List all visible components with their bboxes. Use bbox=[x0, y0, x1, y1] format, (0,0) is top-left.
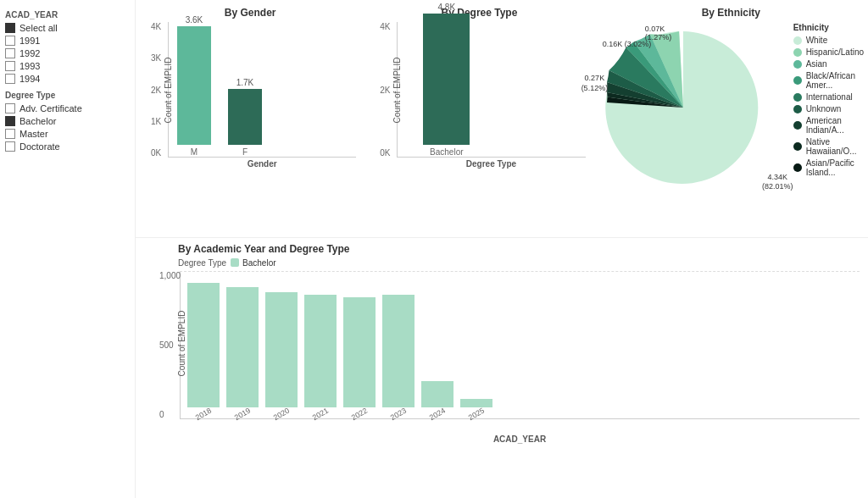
degree-bachelor-label: Bachelor bbox=[430, 147, 463, 157]
master-checkbox[interactable] bbox=[5, 129, 15, 139]
gender-chart-panel: By Gender 0K 1K 2K 3K 4K Count of EMPLID bbox=[136, 0, 364, 237]
acad-bar-2018: 2018 bbox=[187, 283, 220, 418]
y-tick-2k: 2K bbox=[151, 86, 161, 95]
degree-x-label: Degree Type bbox=[397, 159, 585, 169]
y-tick-3k: 3K bbox=[151, 53, 161, 63]
legend-asian-label: Asian bbox=[806, 59, 827, 69]
legend-native-hawaiian-label: Native Hawaiian/O... bbox=[806, 137, 864, 156]
gender-m-bar bbox=[177, 26, 211, 145]
year-1991[interactable]: 1991 bbox=[5, 36, 130, 46]
legend-black-label: Black/African Amer... bbox=[806, 71, 864, 90]
gender-y-label: Count of EMPLID bbox=[164, 58, 173, 124]
master-item[interactable]: Master bbox=[5, 129, 130, 139]
year-1991-label: 1991 bbox=[19, 36, 40, 46]
select-all-item[interactable]: Select all bbox=[5, 23, 130, 33]
legend-international: International bbox=[793, 92, 864, 102]
legend-white-label: White bbox=[806, 36, 828, 45]
bottom-row: By Academic Year and Degree Type Degree … bbox=[136, 237, 868, 498]
acad-bar-2025-rect bbox=[460, 399, 492, 407]
degree-y-label: Count of EMPLID bbox=[393, 58, 403, 124]
legend-asian: Asian bbox=[793, 59, 864, 69]
main-container: ACAD_YEAR Select all 1991 1992 1993 1994… bbox=[0, 0, 868, 498]
acad-bar-2025: 2025 bbox=[460, 399, 492, 418]
year-1992-label: 1992 bbox=[19, 48, 40, 58]
pie-label-white: 4.34K(82.01%) bbox=[762, 173, 793, 192]
legend-asian-dot bbox=[793, 60, 802, 69]
acad-bar-2020-rect bbox=[265, 292, 298, 407]
legend-unknown-label: Unknown bbox=[806, 104, 842, 113]
acad-y-500: 500 bbox=[159, 340, 181, 350]
legend-hispanic-label: Hispanic/Latino bbox=[806, 47, 864, 57]
bachelor-item[interactable]: Bachelor bbox=[5, 116, 130, 126]
content-area: By Gender 0K 1K 2K 3K 4K Count of EMPLID bbox=[136, 0, 868, 498]
acad-label-2020: 2020 bbox=[272, 406, 291, 422]
legend-asian-pacific: Asian/Pacific Island... bbox=[793, 158, 864, 177]
y-tick-1k: 1K bbox=[151, 117, 161, 126]
select-all-checkbox[interactable] bbox=[5, 23, 15, 33]
acad-label-2018: 2018 bbox=[194, 406, 213, 422]
acad-bar-2020: 2020 bbox=[265, 292, 298, 418]
gender-f-value: 1.7K bbox=[236, 78, 254, 87]
legend-asian-pacific-dot bbox=[793, 163, 802, 172]
legend-asian-pacific-label: Asian/Pacific Island... bbox=[806, 158, 864, 177]
acad-label-2025: 2025 bbox=[467, 406, 486, 422]
year-1992[interactable]: 1992 bbox=[5, 48, 130, 58]
acad-bachelor-legend-label: Bachelor bbox=[242, 258, 275, 268]
acad-bar-2019-rect bbox=[226, 287, 259, 407]
gender-chart-title: By Gender bbox=[144, 7, 356, 19]
gender-x-label: Gender bbox=[168, 159, 356, 169]
ethnicity-panel: By Ethnicity bbox=[594, 0, 868, 237]
year-1994-checkbox[interactable] bbox=[5, 74, 15, 84]
acad-label-2024: 2024 bbox=[428, 406, 447, 422]
adv-cert-checkbox[interactable] bbox=[5, 103, 15, 113]
adv-cert-item[interactable]: Adv. Certificate bbox=[5, 103, 130, 113]
legend-white: White bbox=[793, 36, 864, 45]
acad-x-label: ACAD_YEAR bbox=[180, 434, 860, 444]
legend-unknown: Unknown bbox=[793, 104, 864, 113]
year-1994[interactable]: 1994 bbox=[5, 74, 130, 84]
acad-degree-type-label: Degree Type bbox=[178, 258, 226, 268]
acad-label-2023: 2023 bbox=[389, 406, 408, 422]
degree-chart-title: By Degree Type bbox=[373, 7, 585, 19]
acad-bachelor-dot bbox=[231, 258, 239, 267]
year-1993-checkbox[interactable] bbox=[5, 61, 15, 71]
pie-label-hispanic: 0.27K(5.12%) bbox=[581, 74, 609, 93]
pie-label-black: 0.07K(1.27%) bbox=[645, 25, 672, 42]
acad-year-title: ACAD_YEAR bbox=[5, 10, 130, 19]
year-1991-checkbox[interactable] bbox=[5, 36, 15, 46]
degree-chart-panel: By Degree Type 0K 2K 4K Count of EMPLID … bbox=[364, 0, 593, 237]
legend-american-indian-dot bbox=[793, 121, 802, 130]
doctorate-checkbox[interactable] bbox=[5, 141, 15, 152]
year-1994-label: 1994 bbox=[19, 74, 40, 84]
acad-label-2021: 2021 bbox=[311, 406, 330, 422]
bachelor-label: Bachelor bbox=[19, 116, 56, 126]
gender-f-label: F bbox=[242, 147, 248, 157]
gender-m-label: M bbox=[191, 147, 198, 157]
year-1993-label: 1993 bbox=[19, 61, 40, 71]
legend-international-dot bbox=[793, 93, 802, 102]
acad-bar-2024: 2024 bbox=[421, 381, 453, 418]
acad-y-1000: 1,000 bbox=[159, 271, 181, 280]
deg-y-tick-4k: 4K bbox=[380, 22, 390, 31]
legend-international-label: International bbox=[806, 92, 853, 102]
doctorate-item[interactable]: Doctorate bbox=[5, 141, 130, 152]
top-row: By Gender 0K 1K 2K 3K 4K Count of EMPLID bbox=[136, 0, 868, 237]
acad-year-legend: Degree Type Bachelor bbox=[178, 258, 860, 268]
acad-bar-2024-rect bbox=[421, 381, 453, 407]
degree-bachelor-value: 4.8K bbox=[438, 3, 456, 12]
deg-y-tick-2k: 2K bbox=[380, 86, 390, 95]
year-1993[interactable]: 1993 bbox=[5, 61, 130, 71]
legend-native-hawaiian-dot bbox=[793, 142, 802, 151]
legend-title: Ethnicity bbox=[793, 23, 864, 32]
academic-year-panel: By Academic Year and Degree Type Degree … bbox=[136, 238, 868, 498]
acad-bar-2021: 2021 bbox=[304, 295, 337, 418]
year-1992-checkbox[interactable] bbox=[5, 48, 15, 58]
bachelor-checkbox[interactable] bbox=[5, 116, 15, 126]
legend-native-hawaiian: Native Hawaiian/O... bbox=[793, 137, 864, 156]
acad-bar-2019: 2019 bbox=[226, 287, 259, 418]
gender-m-value: 3.6K bbox=[186, 15, 203, 25]
y-tick-0k: 0K bbox=[151, 148, 161, 158]
legend-unknown-dot bbox=[793, 105, 802, 113]
deg-y-tick-0k: 0K bbox=[380, 148, 390, 158]
y-tick-4k: 4K bbox=[151, 22, 161, 31]
